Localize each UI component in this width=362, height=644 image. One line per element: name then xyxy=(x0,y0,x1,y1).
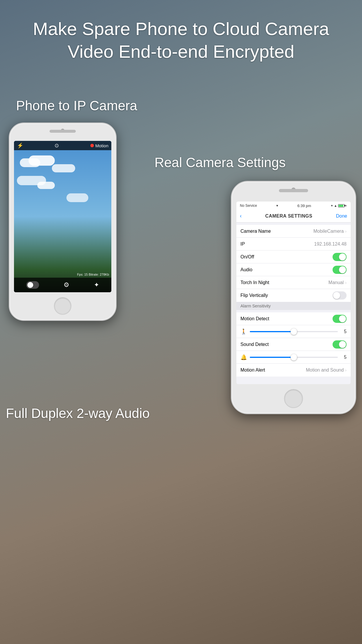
ip-label: IP xyxy=(240,242,245,247)
volume-up-button xyxy=(9,158,10,170)
audio-toggle[interactable] xyxy=(333,266,347,274)
flip-toggle[interactable] xyxy=(333,291,347,300)
torch-chevron: › xyxy=(345,280,347,285)
settings-group-1: Camera Name MobileCamera › IP 192.168.12… xyxy=(236,225,351,302)
sound-slider-icon: 🔔 xyxy=(240,354,247,360)
motion-alert-chevron: › xyxy=(345,368,347,372)
battery-cap xyxy=(345,205,345,206)
camera-icon: ⊙ xyxy=(55,142,59,149)
sound-slider-thumb[interactable] xyxy=(291,354,297,360)
audio-label: Audio xyxy=(240,267,252,272)
left-phone: ⚡ ⊙ Motion Fps: 15 Bitrate: 278Kb ⚙ ✦ xyxy=(9,123,117,321)
cloud-3 xyxy=(52,164,75,172)
left-phone-speaker xyxy=(50,130,76,133)
onoff-label: On/Off xyxy=(240,254,254,260)
settings-row-audio[interactable]: Audio xyxy=(236,263,351,276)
motion-text: Motion xyxy=(95,143,108,148)
motion-slider-track[interactable] xyxy=(250,331,338,332)
right-volume-up xyxy=(231,223,232,236)
camera-name-chevron: › xyxy=(345,229,347,234)
motion-alert-text: Motion and Sound xyxy=(306,368,344,373)
ios-status-bar: No Service ▾ 6:39 pm ✦ ▲ + xyxy=(236,202,351,210)
right-phone: No Service ▾ 6:39 pm ✦ ▲ + ‹ xyxy=(231,181,356,414)
share-icon[interactable]: ✦ xyxy=(94,281,99,289)
sound-slider-row[interactable]: 🔔 5 xyxy=(236,351,351,364)
camera-name-value: MobileCamera › xyxy=(313,229,347,234)
wifi-icon: ▲ xyxy=(334,204,337,207)
settings-row-torch[interactable]: Torch In Night Manual › xyxy=(236,276,351,289)
settings-screen: No Service ▾ 6:39 pm ✦ ▲ + ‹ xyxy=(236,202,351,384)
camera-name-label: Camera Name xyxy=(240,229,271,234)
motion-slider-value: 5 xyxy=(341,329,347,334)
section-label-real-camera: Real Camera Settings xyxy=(154,155,286,170)
left-phone-screen: ⚡ ⊙ Motion Fps: 15 Bitrate: 278Kb ⚙ ✦ xyxy=(14,141,111,292)
right-volume-down xyxy=(231,240,232,253)
sound-detect-toggle[interactable] xyxy=(333,340,347,349)
battery-icon xyxy=(338,204,345,207)
toggle-control[interactable] xyxy=(26,281,39,289)
settings-row-camera-name[interactable]: Camera Name MobileCamera › xyxy=(236,225,351,238)
cloud-2 xyxy=(29,155,55,166)
power-button xyxy=(116,167,117,183)
settings-row-onoff[interactable]: On/Off xyxy=(236,251,351,263)
nav-title: CAMERA SETTINGS xyxy=(265,214,312,219)
settings-row-motion-alert[interactable]: Motion Alert Motion and Sound › xyxy=(236,364,351,377)
section-label-phone-ip: Phone to IP Camera xyxy=(16,98,137,113)
motion-slider-fill xyxy=(250,331,294,332)
alarm-section-header: Alarm Sensitivity xyxy=(236,302,351,310)
back-button[interactable]: ‹ xyxy=(240,213,242,219)
ip-value: 192.168.124.48 xyxy=(314,242,347,247)
section-label-full-duplex: Full Duplex 2-way Audio xyxy=(6,405,150,421)
motion-detect-label: Motion Detect xyxy=(240,316,269,321)
onoff-toggle[interactable] xyxy=(333,253,347,261)
torch-label: Torch In Night xyxy=(240,280,269,285)
motion-detect-toggle[interactable] xyxy=(333,315,347,323)
bluetooth-icon: ✦ xyxy=(331,204,333,208)
motion-slider-row[interactable]: 🚶 5 xyxy=(236,325,351,338)
cloud-6 xyxy=(66,193,88,202)
battery-fill xyxy=(339,205,343,207)
sound-slider-fill xyxy=(250,357,294,358)
settings-row-sound-detect[interactable]: Sound Detect xyxy=(236,338,351,351)
motion-dot xyxy=(90,144,94,147)
motion-alert-value: Motion and Sound › xyxy=(306,368,347,373)
settings-row-flip[interactable]: Flip Vertically xyxy=(236,289,351,302)
sound-detect-label: Sound Detect xyxy=(240,342,269,347)
right-phone-screen: No Service ▾ 6:39 pm ✦ ▲ + ‹ xyxy=(236,202,351,384)
settings-row-ip: IP 192.168.124.48 xyxy=(236,238,351,251)
left-phone-controls: ⚙ ✦ xyxy=(14,278,111,292)
flip-label: Flip Vertically xyxy=(240,293,268,298)
right-phone-speaker xyxy=(279,189,308,192)
nav-bar: ‹ CAMERA SETTINGS Done xyxy=(236,210,351,223)
camera-name-text: MobileCamera xyxy=(313,229,344,234)
status-bar-right: ✦ ▲ + xyxy=(331,204,347,208)
flash-icon: ⚡ xyxy=(17,142,23,149)
left-status-bar: ⚡ ⊙ Motion xyxy=(14,141,111,150)
status-wifi-icon: ▾ xyxy=(276,204,278,208)
done-button[interactable]: Done xyxy=(336,214,347,219)
sky-background xyxy=(14,141,111,292)
torch-value: Manual › xyxy=(328,280,347,285)
right-phone-body: No Service ▾ 6:39 pm ✦ ▲ + ‹ xyxy=(231,181,356,414)
plus-icon: + xyxy=(345,204,347,207)
motion-slider-thumb[interactable] xyxy=(291,328,297,335)
motion-slider-icon: 🚶 xyxy=(240,328,247,335)
left-phone-home[interactable] xyxy=(54,297,71,315)
volume-down-button xyxy=(9,174,10,186)
status-time: 6:39 pm xyxy=(297,204,311,208)
torch-text: Manual xyxy=(328,280,344,285)
settings-icon[interactable]: ⚙ xyxy=(64,281,69,289)
sound-slider-value: 5 xyxy=(341,355,347,360)
motion-indicator: Motion xyxy=(90,143,108,148)
header-title: Make Spare Phone to Cloud Camera Video E… xyxy=(0,18,362,63)
settings-group-2: Motion Detect 🚶 5 Sound Detect xyxy=(236,312,351,377)
right-power xyxy=(355,231,356,250)
left-phone-body: ⚡ ⊙ Motion Fps: 15 Bitrate: 278Kb ⚙ ✦ xyxy=(9,123,117,321)
fps-label: Fps: 15 Bitrate: 278Kb xyxy=(77,273,109,276)
settings-row-motion-detect[interactable]: Motion Detect xyxy=(236,312,351,325)
status-no-service: No Service xyxy=(240,204,257,208)
right-phone-home[interactable] xyxy=(284,389,303,408)
cloud-5 xyxy=(37,182,55,189)
sound-slider-track[interactable] xyxy=(250,357,338,358)
motion-alert-label: Motion Alert xyxy=(240,368,265,373)
